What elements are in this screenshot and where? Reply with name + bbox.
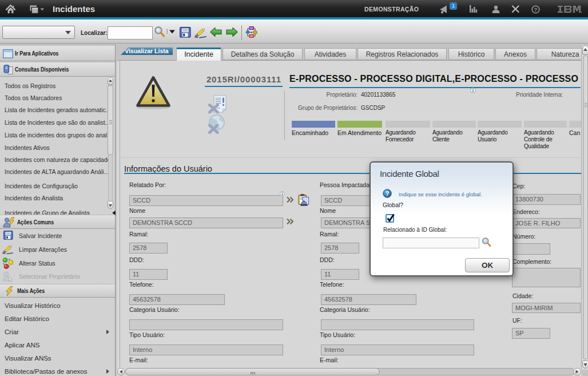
svg-text:?: ? [534,6,538,13]
svg-text:?: ? [386,190,390,197]
